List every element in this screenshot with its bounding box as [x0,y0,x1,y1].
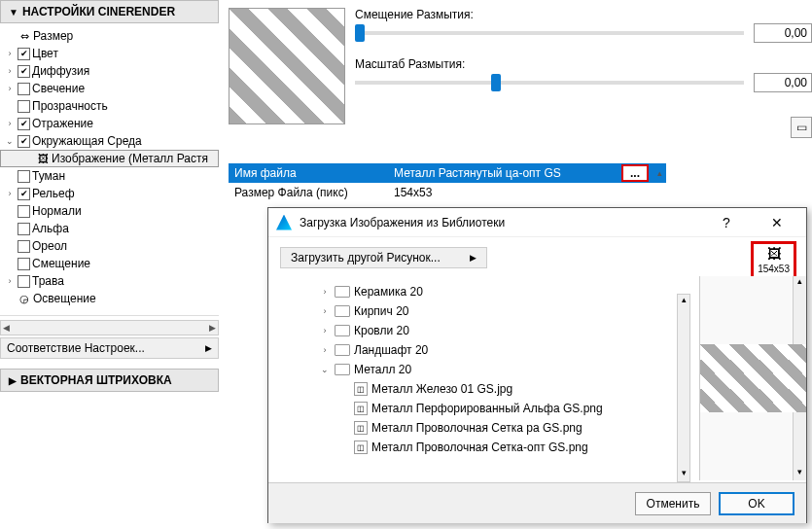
file-table: Имя файла Металл Растянутый ца-опт GS ..… [229,163,666,202]
expand-icon[interactable]: › [319,345,331,355]
dialog-footer: Отменить OK [268,482,806,523]
checkbox[interactable] [18,240,30,253]
tree-item-label: Диффузия [32,64,89,78]
checkbox[interactable] [18,83,30,95]
ok-button[interactable]: OK [719,492,794,515]
folder-icon [335,364,350,375]
scroll-right-icon[interactable]: ▶ [209,323,216,333]
checkbox[interactable] [18,100,30,113]
checkbox[interactable] [18,48,30,60]
expand-icon[interactable]: › [4,276,16,286]
chevron-right-icon: ▶ [470,253,477,263]
tree-item-label: Освещение [33,292,96,305]
checkbox[interactable] [18,275,30,288]
expand-icon[interactable]: ⌄ [319,365,331,374]
collapse-icon[interactable]: ▴ [653,168,666,178]
expand-icon[interactable]: › [319,326,331,335]
image-file-icon: ◫ [354,441,368,454]
panel-header-cinerender[interactable]: ▼ НАСТРОЙКИ CINERENDER [0,0,219,23]
tree-item[interactable]: ›Диффузия [0,62,219,80]
match-settings-button[interactable]: Соответствие Настроек... ▶ [0,337,219,359]
checkbox[interactable] [18,170,30,183]
tree-item-label: Окружающая Среда [32,134,142,148]
expand-icon[interactable]: › [4,49,16,58]
library-item[interactable]: ›Кровли 20 [280,321,679,340]
library-item[interactable]: ⌄Металл 20 [280,360,679,379]
library-item[interactable]: ◫Металл Проволочная Сетка-опт GS.png [280,438,679,457]
scroll-up-icon[interactable]: ▴ [678,295,689,308]
library-item[interactable]: ◫Металл Перфорированный Альфа GS.png [280,399,679,418]
dimensions-badge[interactable]: 🖾 154x53 [751,241,796,280]
checkbox[interactable] [18,205,30,218]
tree-item[interactable]: ◶Освещение [0,290,219,307]
tree-item[interactable]: Альфа [0,220,219,237]
blur-offset-label: Смещение Размытия: [355,8,812,21]
help-button[interactable]: ? [705,209,748,236]
tree-item[interactable]: ⇔Размер [0,27,219,45]
blur-scale-slider[interactable] [355,81,744,85]
preview-scrollbar[interactable]: ▴ ▾ [793,276,806,480]
tree-item[interactable]: Ореол [0,237,219,255]
blur-offset-slider[interactable] [355,31,744,35]
blur-offset-input[interactable] [754,23,812,43]
settings-tree: ⇔Размер›Цвет›Диффузия›СвечениеПрозрачнос… [0,23,219,311]
dialog-titlebar[interactable]: Загрузка Изображения из Библиотеки ? ✕ [268,208,806,237]
scroll-left-icon[interactable]: ◀ [3,323,10,333]
expand-icon[interactable]: › [4,84,16,93]
settings-panel: ▼ НАСТРОЙКИ CINERENDER ⇔Размер›Цвет›Дифф… [0,0,219,525]
tree-item[interactable]: 🖾Изображение (Металл Растя [0,150,219,167]
checkbox[interactable] [18,65,30,78]
tree-item[interactable]: Смещение [0,255,219,272]
checkbox[interactable] [18,135,30,148]
tree-item[interactable]: ›Трава [0,272,219,290]
file-row-name: Имя файла Металл Растянутый ца-опт GS ..… [229,163,666,183]
folder-icon [335,344,350,356]
blur-scale-input[interactable] [754,73,812,92]
chevron-down-icon: ▼ [9,7,18,18]
tree-item-label: Размер [33,29,73,43]
tree-scrollbar[interactable]: ▴ ▾ [677,294,690,482]
expand-icon[interactable]: › [4,66,16,76]
tree-item[interactable]: Прозрачность [0,97,219,115]
scroll-down-icon[interactable]: ▾ [794,467,806,480]
popup-button[interactable]: ▭ [791,117,812,138]
checkbox[interactable] [18,118,30,130]
tree-item[interactable]: ›Рельеф [0,185,219,202]
load-other-button[interactable]: Загрузить другой Рисунок... ▶ [280,247,487,268]
folder-icon [335,325,350,336]
scroll-up-icon[interactable]: ▴ [794,276,806,290]
library-item-label: Ландшафт 20 [354,343,428,357]
expand-icon[interactable]: › [319,287,331,297]
library-tree[interactable]: ›Керамика 20›Кирпич 20›Кровли 20›Ландшаф… [280,282,679,476]
panel-header-vector[interactable]: ▶ ВЕКТОРНАЯ ШТРИХОВКА [0,369,219,392]
expand-icon[interactable]: › [4,189,16,198]
tree-item[interactable]: ›Отражение [0,115,219,132]
library-item[interactable]: ◫Металл Железо 01 GS.jpg [280,379,679,399]
library-item-label: Керамика 20 [354,285,423,299]
close-button[interactable]: ✕ [756,209,798,236]
library-item[interactable]: ›Ландшафт 20 [280,340,679,360]
tree-item[interactable]: Туман [0,167,219,185]
item-icon: 🖾 [36,152,50,165]
tree-item-label: Цвет [32,47,58,60]
expand-icon[interactable]: › [4,119,16,128]
library-item[interactable]: ◫Металл Проволочная Сетка ра GS.png [280,418,679,438]
checkbox[interactable] [18,258,30,270]
horizontal-scrollbar[interactable]: ◀ ▶ [0,320,219,335]
tree-item[interactable]: ›Цвет [0,45,219,62]
scroll-down-icon[interactable]: ▾ [678,468,689,481]
tree-item[interactable]: ⌄Окружающая Среда [0,132,219,150]
browse-button[interactable]: ... [621,164,649,182]
expand-icon[interactable]: › [319,306,331,316]
library-item[interactable]: ›Кирпич 20 [280,301,679,321]
checkbox[interactable] [18,223,30,235]
checkbox[interactable] [18,188,30,200]
tree-item[interactable]: Нормали [0,202,219,220]
tree-item-label: Отражение [32,117,93,130]
filename-label: Имя файла [229,166,394,180]
library-item[interactable]: ›Керамика 20 [280,282,679,301]
dialog-title: Загрузка Изображения из Библиотеки [300,216,697,229]
tree-item[interactable]: ›Свечение [0,80,219,97]
expand-icon[interactable]: ⌄ [4,136,16,146]
cancel-button[interactable]: Отменить [635,492,711,515]
